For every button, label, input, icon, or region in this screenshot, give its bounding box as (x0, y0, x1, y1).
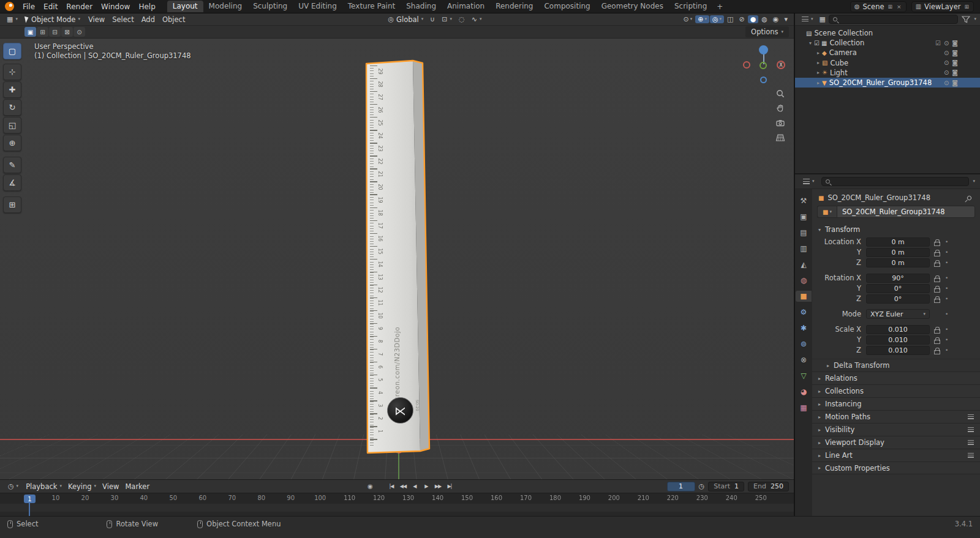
workspace-tab-shading[interactable]: Shading (401, 1, 442, 12)
navigation-gizmo[interactable]: X (741, 42, 789, 84)
menu-window[interactable]: Window (97, 1, 134, 12)
outliner-row-camera[interactable]: ▸◆Camera⊙◙ (795, 48, 980, 58)
properties-tab-output[interactable]: ▤ (796, 227, 812, 238)
cursor-tool-button[interactable]: ⊹ (3, 64, 21, 80)
proportional-editing-toggle[interactable]: ◌ (456, 15, 468, 23)
workspace-tab-rendering[interactable]: Rendering (490, 1, 538, 12)
view-layer-selector[interactable]: ▥ ViewLayer ⊞ (911, 1, 974, 12)
gizmo-z-neg-handle[interactable] (760, 77, 767, 83)
annotate-tool-button[interactable]: ✎ (3, 157, 21, 173)
menu-file[interactable]: File (18, 1, 39, 12)
outliner-editor-type-button[interactable]: ▾ (799, 16, 816, 23)
properties-tab-physics[interactable]: ⊚ (796, 338, 812, 349)
expand-icon[interactable]: ▾ (807, 40, 814, 46)
outliner-row-so-20cm-ruler-group31748[interactable]: ▸▼SO_20CM_Ruler_Group31748⊙◙ (795, 78, 980, 88)
pan-hand-icon[interactable] (774, 102, 786, 114)
animate-dot[interactable]: • (945, 337, 948, 343)
expand-icon[interactable]: ▸ (815, 80, 822, 86)
animate-dot[interactable]: • (945, 260, 948, 266)
render-toggle-icon[interactable]: ◙ (952, 40, 958, 47)
lock-icon[interactable] (934, 286, 940, 291)
new-view-layer-icon[interactable]: ⊞ (963, 4, 970, 10)
lock-icon[interactable] (934, 327, 940, 332)
options-dropdown[interactable]: Options ▾ (745, 26, 789, 37)
render-toggle-icon[interactable]: ◙ (952, 69, 958, 76)
viewport-menu-object[interactable]: Object (159, 15, 189, 24)
timeline-ruler[interactable]: 1102030405060708090100110120130140150160… (0, 493, 794, 504)
properties-tab-render[interactable]: ▣ (796, 211, 812, 222)
shading-solid[interactable]: ● (748, 15, 759, 23)
lock-icon[interactable] (934, 275, 940, 280)
menu-help[interactable]: Help (134, 1, 159, 12)
panel-motion-paths[interactable]: ▸Motion Paths (812, 410, 980, 423)
properties-tab-particles[interactable]: ✱ (796, 323, 812, 334)
scene-selector[interactable]: ◍ Scene ⊞ × (850, 1, 907, 12)
auto-keying-button[interactable]: ◉ (364, 482, 375, 491)
properties-tab-view-layer[interactable]: ▥ (796, 243, 812, 254)
properties-tab-world[interactable]: ◍ (796, 275, 812, 286)
preview-range-icon[interactable]: ◷ (699, 483, 705, 490)
lock-icon[interactable] (934, 239, 940, 244)
animate-dot[interactable]: • (945, 327, 948, 332)
properties-tab-modifiers[interactable]: ⚙ (796, 307, 812, 318)
outliner-row-collection[interactable]: ▾☑▦Collection☑⊙◙ (795, 38, 980, 48)
rotate-tool-button[interactable]: ↻ (3, 99, 21, 116)
gizmo-x-handle[interactable]: X (777, 61, 785, 69)
panel-menu-icon[interactable] (968, 440, 974, 445)
shading-material-preview[interactable]: ◍ (759, 15, 770, 23)
properties-tab-object-data[interactable]: ▽ (796, 370, 812, 381)
outliner-search-input[interactable] (840, 15, 954, 23)
workspace-tab-texture-paint[interactable]: Texture Paint (342, 1, 401, 12)
timeline-menu-view[interactable]: View (99, 482, 122, 491)
ruler-object[interactable]: 1234567891011121314151617181920212223242… (363, 59, 436, 456)
lock-icon[interactable] (934, 260, 940, 265)
gizmo-x-neg-handle[interactable] (743, 61, 750, 69)
current-frame-field[interactable]: 1 (667, 482, 695, 491)
outliner-search[interactable] (829, 15, 959, 24)
workspace-tab-sculpting[interactable]: Sculpting (247, 1, 293, 12)
filter-icon[interactable] (961, 15, 971, 24)
zoom-icon[interactable] (774, 88, 786, 100)
gizmo-z-handle[interactable] (759, 45, 768, 54)
end-frame-field[interactable]: End 250 (748, 482, 789, 491)
snap-target-select[interactable]: ⊡ ▾ (439, 15, 455, 23)
viewport-3d[interactable]: 1234567891011121314151617181920212223242… (0, 39, 794, 479)
show-object-types[interactable]: ⊙▾ (680, 15, 695, 23)
value-field[interactable]: 0 m (866, 248, 930, 257)
checkbox-toggle-icon[interactable]: ☑ (935, 40, 941, 47)
play-reverse-button[interactable]: ◀ (409, 482, 420, 491)
timeline-menu-keying[interactable]: Keying▾ (65, 482, 99, 491)
properties-search[interactable] (821, 177, 970, 186)
value-field[interactable]: 0° (866, 294, 930, 304)
jump-to-end-button[interactable]: ▶| (444, 482, 454, 491)
expand-icon[interactable]: ▸ (815, 60, 822, 65)
animate-dot[interactable]: • (945, 312, 948, 317)
value-field[interactable]: 0.010 (866, 346, 930, 355)
value-field[interactable]: 0.010 (866, 325, 930, 334)
viewport-menu-view[interactable]: View (85, 15, 108, 24)
collection-checkbox-icon[interactable]: ☑ (814, 40, 820, 47)
orthographic-grid-icon[interactable] (774, 132, 786, 144)
toggle-xray[interactable]: ◫ (725, 15, 736, 23)
menu-edit[interactable]: Edit (39, 1, 62, 12)
panel-line-art[interactable]: ▸Line Art (812, 449, 980, 461)
workspace-tab-layout[interactable]: Layout (167, 1, 203, 12)
select-extend-button[interactable]: ⊞ (37, 27, 48, 37)
play-button[interactable]: ▶ (421, 482, 431, 491)
properties-tab-constraints[interactable]: ⊗ (796, 354, 812, 365)
panel-viewport-display[interactable]: ▸Viewport Display (812, 436, 980, 449)
properties-tab-tool[interactable]: ⚒ (796, 195, 812, 206)
outliner-row-cube[interactable]: ▸▧Cube⊙◙ (795, 58, 980, 68)
panel-menu-icon[interactable] (968, 427, 974, 432)
render-toggle-icon[interactable]: ◙ (952, 59, 958, 66)
object-name-field[interactable]: ■ ▾ SO_20CM_Ruler_Group31748 (817, 206, 975, 218)
new-scene-icon[interactable]: ⊞ (888, 4, 894, 10)
unlink-scene-icon[interactable]: × (896, 4, 902, 10)
pin-icon[interactable] (967, 195, 973, 201)
panel-delta-transform[interactable]: ▸ Delta Transform (812, 359, 980, 372)
workspace-tab-compositing[interactable]: Compositing (538, 1, 595, 12)
transform-orientation-select[interactable]: ◎ Global ▾ (385, 15, 426, 24)
timeline-tracks[interactable] (0, 504, 794, 516)
menu-render[interactable]: Render (62, 1, 97, 12)
move-tool-button[interactable]: ✚ (3, 81, 21, 98)
